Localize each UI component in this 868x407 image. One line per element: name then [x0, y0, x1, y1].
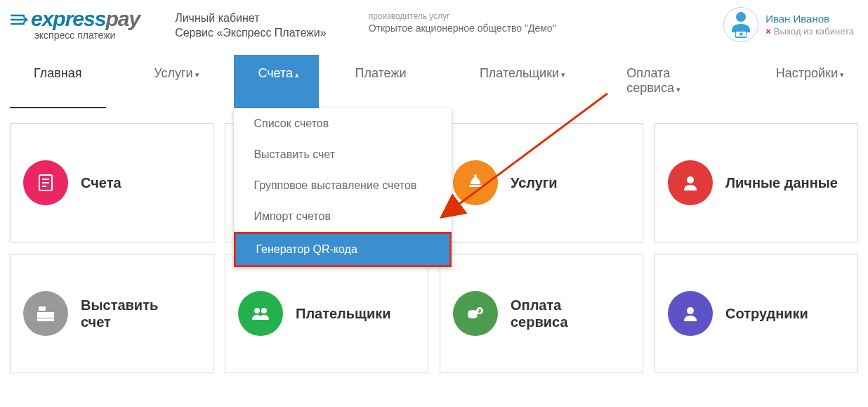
logo-arrow-icon — [10, 13, 29, 26]
svg-point-13 — [687, 176, 694, 183]
card-service-payment[interactable]: ₽ Оплатасервиса — [440, 254, 643, 373]
svg-rect-14 — [39, 306, 46, 311]
cash-register-icon — [23, 291, 68, 336]
dropdown-qr-generator[interactable]: Генератор QR-кода — [234, 232, 452, 267]
svg-point-24 — [687, 307, 694, 314]
dropdown-list-invoices[interactable]: Список счетов — [234, 108, 452, 139]
logo[interactable]: expresspay экспресс платежи — [10, 7, 140, 41]
card-service-payment-label: Оплатасервиса — [511, 297, 568, 330]
user-block: ⇄ Иван Иванов ×Выход из кабинета — [723, 7, 854, 42]
card-employees-label: Сотрудники — [725, 305, 808, 322]
user-name-link[interactable]: Иван Иванов — [765, 13, 854, 25]
provider-name: Открытое акционерное общество "Демо" — [369, 22, 723, 34]
services-icon — [453, 160, 498, 205]
nav-services[interactable]: Услуги▾ — [140, 55, 213, 108]
person-icon — [668, 160, 713, 205]
payers-icon — [238, 291, 283, 336]
cabinet-line1: Личный кабинет — [175, 11, 327, 26]
nav-home[interactable]: Главная — [10, 55, 106, 108]
card-invoices[interactable]: Счета — [10, 123, 213, 243]
svg-point-12 — [474, 174, 477, 177]
svg-text:⇄: ⇄ — [739, 32, 743, 37]
svg-point-17 — [254, 308, 260, 314]
card-invoices-label: Счета — [81, 174, 121, 191]
nav-payers[interactable]: Плательщики▾ — [466, 55, 579, 108]
dropdown-group-invoices[interactable]: Групповое выставление счетов — [234, 170, 452, 201]
dropdown-create-invoice[interactable]: Выставить счет — [234, 139, 452, 170]
card-services[interactable]: Услуги — [440, 123, 643, 243]
svg-point-21 — [468, 310, 478, 314]
svg-point-0 — [736, 12, 746, 22]
nav-service-payment[interactable]: Оплата сервиса▾ — [612, 55, 720, 108]
card-personal-label: Личные данные — [725, 174, 838, 191]
chevron-up-icon: ▴ — [295, 70, 299, 79]
chevron-down-icon: ▾ — [676, 85, 680, 93]
cabinet-title-block: Личный кабинет Сервис «Экспресс Платежи» — [175, 7, 327, 41]
card-employees[interactable]: Сотрудники — [655, 254, 858, 373]
chevron-down-icon: ▾ — [195, 70, 199, 79]
card-create-invoice-label: Выставитьсчет — [81, 297, 158, 330]
main-nav: Главная Услуги▾ Счета▴ Список счетов Выс… — [0, 55, 868, 109]
nav-payments[interactable]: Платежи — [341, 55, 420, 108]
logo-main: expresspay — [10, 7, 140, 31]
avatar-icon: ⇄ — [728, 10, 754, 39]
card-payers[interactable]: Плательщики — [225, 254, 428, 373]
invoice-icon — [23, 160, 68, 205]
card-personal-data[interactable]: Личные данные — [655, 123, 858, 243]
card-services-label: Услуги — [511, 174, 558, 191]
logo-text-express: express — [31, 7, 105, 30]
card-create-invoice[interactable]: Выставитьсчет — [10, 254, 213, 373]
chevron-down-icon: ▾ — [840, 70, 844, 79]
dropdown-import-invoices[interactable]: Импорт счетов — [234, 201, 452, 232]
svg-rect-11 — [469, 185, 482, 187]
invoices-dropdown: Список счетов Выставить счет Групповое в… — [234, 108, 452, 267]
logo-text-pay: pay — [105, 7, 140, 30]
provider-block: производитель услуг Открытое акционерное… — [369, 7, 723, 34]
card-payers-label: Плательщики — [296, 305, 391, 322]
avatar[interactable]: ⇄ — [723, 7, 758, 42]
logout-label: Выход из кабинета — [774, 26, 854, 37]
logo-subtitle: экспресс платежи — [10, 30, 140, 41]
chevron-down-icon: ▾ — [561, 70, 565, 79]
nav-settings[interactable]: Настройки▾ — [762, 55, 858, 108]
logout-link[interactable]: ×Выход из кабинета — [765, 26, 854, 37]
header: expresspay экспресс платежи Личный кабин… — [0, 0, 868, 55]
nav-invoices[interactable]: Счета▴ Список счетов Выставить счет Груп… — [234, 55, 319, 108]
employees-icon — [668, 291, 713, 336]
svg-point-18 — [261, 308, 267, 314]
provider-label: производитель услуг — [369, 11, 723, 21]
close-icon: × — [765, 26, 771, 37]
money-icon: ₽ — [453, 291, 498, 336]
svg-rect-16 — [37, 318, 54, 321]
cabinet-line2: Сервис «Экспресс Платежи» — [175, 26, 327, 41]
svg-rect-15 — [37, 312, 54, 318]
